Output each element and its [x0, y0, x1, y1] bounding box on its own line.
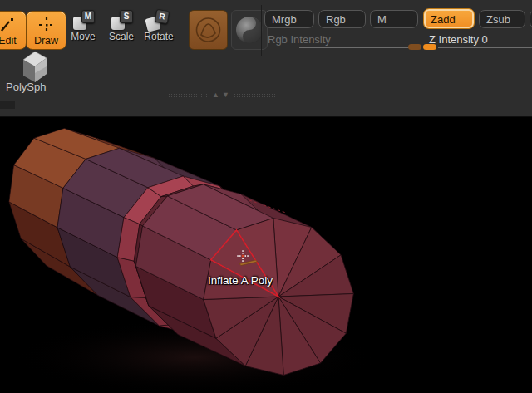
z-intensity-label: Z Intensity 0 — [429, 33, 488, 46]
tray-divider-right[interactable] — [234, 93, 277, 98]
edit-button-label: Edit — [0, 35, 26, 47]
polysph-tool-label: PolySph — [6, 81, 46, 93]
zadd-button[interactable]: Zadd — [423, 8, 475, 29]
rgb-button[interactable]: Rgb — [318, 10, 366, 28]
top-shelf: Edit Draw M Move S Scale R Rotate — [0, 0, 532, 117]
toolbar-divider — [261, 5, 262, 56]
polysph-cube-icon — [15, 48, 50, 83]
pencil-icon — [0, 16, 17, 34]
stroke-icon — [190, 11, 227, 49]
rotate-button-label: Rotate — [140, 31, 178, 42]
shelf-tab — [0, 101, 15, 109]
mrgb-button[interactable]: Mrgb — [264, 10, 314, 28]
stroke-picker-button[interactable] — [189, 10, 228, 50]
tray-collapse-down-icon[interactable]: ▼ — [222, 91, 229, 99]
move-badge-icon: M — [81, 10, 95, 23]
scale-button-label: Scale — [105, 31, 138, 42]
zbrush-window: { "toolbar": { "edit_label": "Edit", "dr… — [0, 0, 532, 393]
material-picker-button[interactable] — [231, 10, 268, 50]
zsub-button[interactable]: Zsub — [479, 10, 525, 28]
move-button-label: Move — [66, 31, 100, 42]
rgb-intensity-knob[interactable] — [408, 44, 421, 50]
rotate-badge-icon: R — [155, 9, 170, 24]
draw-crosshair-icon — [37, 16, 56, 34]
m-button[interactable]: M — [370, 10, 418, 28]
tray-collapse-up-icon[interactable]: ▲ — [212, 91, 219, 99]
draw-button-label: Draw — [27, 35, 66, 47]
rgb-intensity-label: Rgb Intensity — [268, 33, 331, 46]
z-intensity-knob[interactable] — [423, 44, 436, 50]
scale-badge-icon: S — [120, 10, 133, 23]
edit-button[interactable]: Edit — [0, 11, 27, 50]
z-intensity-track[interactable] — [438, 47, 532, 48]
draw-button[interactable]: Draw — [26, 11, 66, 50]
tray-divider-left[interactable] — [168, 93, 210, 98]
rgb-intensity-track[interactable] — [299, 47, 421, 48]
z-intensity-value: 0 — [482, 33, 488, 46]
